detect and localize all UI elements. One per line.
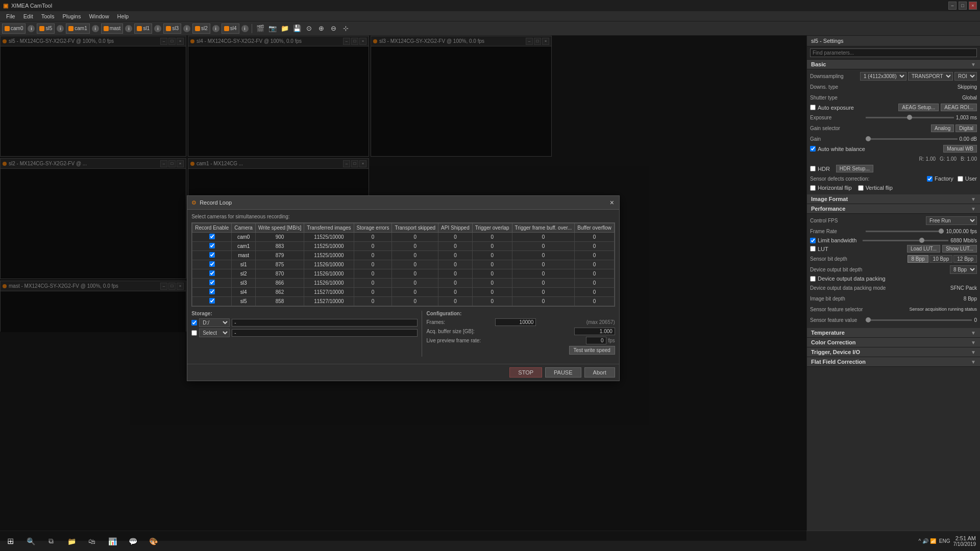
info-btn-sl1[interactable]: i (154, 25, 161, 32)
menu-edit[interactable]: Edit (19, 11, 37, 21)
hdr-checkbox[interactable] (810, 166, 816, 171)
menu-plugins[interactable]: Plugins (58, 11, 85, 21)
info-btn-cam0[interactable]: i (28, 25, 35, 32)
cell-checkbox-7[interactable] (192, 297, 232, 306)
row-check-2[interactable] (209, 252, 215, 258)
bpp-10-btn[interactable]: 10 Bpp (929, 255, 953, 263)
row-check-6[interactable] (209, 289, 215, 294)
find-params-input[interactable] (810, 48, 977, 57)
cam-btn-sl3[interactable]: sl3 (163, 23, 181, 34)
row-check-7[interactable] (209, 298, 215, 304)
crosshair-icon[interactable]: ⊹ (341, 23, 351, 34)
storage-check-1[interactable] (191, 330, 197, 336)
storage-check-0[interactable] (191, 320, 197, 325)
storage-path-0[interactable] (232, 319, 418, 327)
zoom-in-icon[interactable]: ⊕ (316, 23, 327, 34)
sensor-feature-slider[interactable] (866, 319, 972, 321)
cam-btn-sl1[interactable]: sl1 (134, 23, 152, 34)
basic-section-header[interactable]: Basic ▼ (807, 60, 980, 69)
device-output-bit-select[interactable]: 8 Bpp (950, 265, 977, 274)
auto-wb-checkbox[interactable] (810, 146, 816, 152)
record-icon[interactable]: 🎬 (255, 23, 265, 34)
zoom-fit-icon[interactable]: ⊙ (304, 23, 314, 34)
window-controls[interactable]: – □ × (948, 2, 977, 10)
menu-tools[interactable]: Tools (37, 11, 59, 21)
bandwidth-slider[interactable] (863, 240, 948, 241)
factory-checkbox[interactable] (927, 176, 933, 182)
load-lut-btn[interactable]: Load LUT... (907, 245, 940, 253)
control-fps-select[interactable]: Free Run (926, 216, 977, 225)
hdr-setup-btn[interactable]: HDR Setup... (836, 165, 873, 172)
data-packing-checkbox[interactable] (810, 276, 816, 282)
storage-type-0[interactable]: D:/ (199, 318, 230, 327)
color-correction-section-header[interactable]: Color Correction ▼ (807, 338, 980, 347)
menu-file[interactable]: File (2, 11, 19, 21)
info-btn-cam1[interactable]: i (92, 25, 99, 32)
cell-checkbox-2[interactable] (192, 251, 232, 260)
pause-btn[interactable]: PAUSE (545, 367, 581, 378)
auto-exposure-checkbox[interactable] (810, 105, 816, 110)
zoom-out-icon[interactable]: ⊖ (329, 23, 339, 34)
close-btn[interactable]: × (969, 2, 977, 10)
folder-icon[interactable]: 📁 (280, 23, 290, 34)
exposure-slider[interactable] (866, 117, 954, 118)
lut-checkbox[interactable] (810, 246, 816, 252)
manual-wb-btn[interactable]: Manual WB (943, 145, 977, 153)
cell-checkbox-3[interactable] (192, 260, 232, 269)
abort-btn[interactable]: Abort (584, 367, 615, 378)
frame-rate-slider[interactable] (866, 231, 944, 232)
bpp-12-btn[interactable]: 12 Bpp (953, 255, 977, 263)
info-btn-sl3[interactable]: i (183, 25, 190, 32)
cell-checkbox-1[interactable] (192, 242, 232, 251)
gain-analog-btn[interactable]: Analog (931, 124, 954, 132)
row-check-1[interactable] (209, 243, 215, 248)
show-lut-btn[interactable]: Show LUT... (942, 245, 977, 253)
cam-btn-sl5[interactable]: sl5 (37, 23, 55, 34)
cam-btn-cam1[interactable]: cam1 (66, 23, 89, 34)
storage-path-1[interactable] (232, 329, 418, 337)
gain-slider[interactable] (866, 138, 958, 140)
transport-select[interactable]: TRANSPORT (908, 72, 953, 81)
cell-checkbox-6[interactable] (192, 288, 232, 297)
snapshot-icon[interactable]: 📷 (267, 23, 278, 34)
row-check-4[interactable] (209, 270, 215, 276)
temperature-section-header[interactable]: Temperature ▼ (807, 328, 980, 338)
row-check-5[interactable] (209, 280, 215, 285)
live-preview-input[interactable] (586, 337, 606, 344)
info-btn-sl5[interactable]: i (57, 25, 64, 32)
test-write-speed-btn[interactable]: Test write speed (569, 346, 615, 355)
save-icon[interactable]: 💾 (292, 23, 302, 34)
maximize-btn[interactable]: □ (959, 2, 967, 10)
menu-help[interactable]: Help (113, 11, 133, 21)
row-check-0[interactable] (209, 234, 215, 239)
aeag-setup-btn[interactable]: AEAG Setup... (898, 104, 939, 111)
frames-input[interactable] (495, 318, 536, 326)
menu-window[interactable]: Window (85, 11, 113, 21)
cell-checkbox-5[interactable] (192, 279, 232, 288)
flat-field-section-header[interactable]: Flat Field Correction ▼ (807, 357, 980, 367)
cam-btn-sl2[interactable]: sl2 (192, 23, 210, 34)
cell-checkbox-0[interactable] (192, 233, 232, 242)
h-flip-checkbox[interactable] (810, 185, 816, 191)
aeag-roi-btn[interactable]: AEAG ROI... (941, 104, 977, 111)
user-checkbox[interactable] (958, 176, 963, 182)
limit-bw-checkbox[interactable] (810, 238, 816, 243)
stop-btn[interactable]: STOP (509, 367, 542, 378)
info-btn-sl2[interactable]: i (212, 25, 219, 32)
image-format-section-header[interactable]: Image Format ▼ (807, 194, 980, 204)
acq-buffer-input[interactable] (574, 328, 615, 335)
bpp-8-btn[interactable]: 8 Bpp (908, 255, 928, 263)
row-check-3[interactable] (209, 261, 215, 267)
cam-btn-cam0[interactable]: cam0 (2, 23, 26, 34)
trigger-section-header[interactable]: Trigger, Device I/O ▼ (807, 347, 980, 357)
roi-select[interactable]: ROI (954, 72, 977, 81)
cam-btn-mast[interactable]: mast (101, 23, 124, 34)
minimize-btn[interactable]: – (948, 2, 957, 10)
cam-btn-sl4[interactable]: sl4 (222, 23, 239, 34)
downsampling-select[interactable]: 1 (4112x3008) (860, 72, 906, 81)
info-btn-sl4[interactable]: i (241, 25, 249, 32)
performance-section-header[interactable]: Performance ▼ (807, 204, 980, 214)
modal-close-btn[interactable]: × (609, 198, 615, 207)
gain-digital-btn[interactable]: Digital (955, 124, 977, 132)
v-flip-checkbox[interactable] (858, 185, 864, 191)
